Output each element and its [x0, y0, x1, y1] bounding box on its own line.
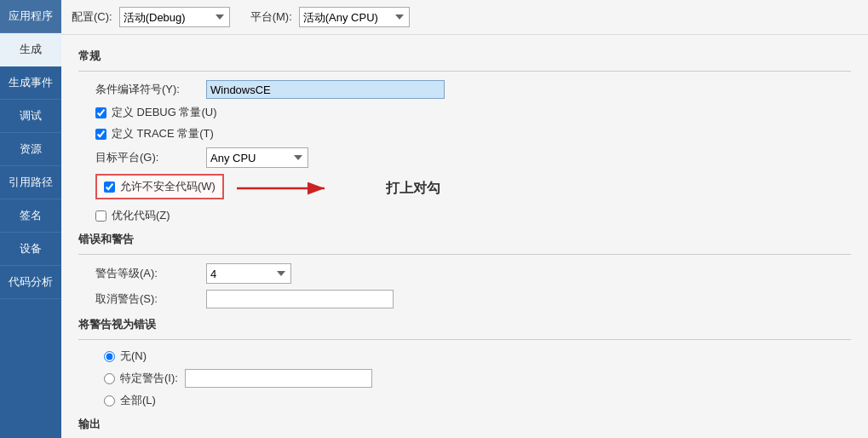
- sidebar-item-reference-paths[interactable]: 引用路径: [0, 166, 61, 199]
- target-platform-label: 目标平台(G):: [95, 150, 206, 165]
- warning-level-select[interactable]: 4: [206, 263, 291, 284]
- allow-unsafe-checkbox[interactable]: [104, 182, 115, 193]
- conditional-label: 条件编译符号(Y):: [95, 82, 206, 97]
- define-trace-label[interactable]: 定义 TRACE 常量(T): [112, 126, 214, 141]
- main-panel: 配置(C): 活动(Debug) 平台(M): 活动(Any CPU) 常规 条…: [61, 0, 868, 438]
- warning-level-row: 警告等级(A): 4: [78, 263, 851, 284]
- radio-specific-row: 特定警告(I):: [78, 369, 851, 388]
- target-platform-select[interactable]: Any CPU: [206, 147, 308, 168]
- allow-unsafe-box: 允许不安全代码(W): [95, 174, 224, 199]
- platform-label: 平台(M):: [250, 9, 292, 25]
- general-divider: [78, 71, 851, 72]
- annotation-arrow: [233, 176, 335, 201]
- define-debug-row: 定义 DEBUG 常量(U): [78, 105, 851, 120]
- general-section-title: 常规: [78, 49, 851, 64]
- radio-none-label[interactable]: 无(N): [120, 349, 147, 364]
- radio-specific[interactable]: [104, 373, 115, 384]
- sidebar-item-build[interactable]: 生成: [0, 33, 61, 66]
- conditional-input[interactable]: [206, 80, 445, 99]
- radio-all[interactable]: [104, 395, 115, 406]
- sidebar-item-debug[interactable]: 调试: [0, 100, 61, 133]
- optimize-checkbox[interactable]: [95, 210, 106, 222]
- sidebar-item-build-events[interactable]: 生成事件: [0, 66, 61, 100]
- specific-warnings-input[interactable]: [185, 369, 372, 388]
- annotation-text: 打上对勾: [386, 180, 440, 198]
- radio-all-label[interactable]: 全部(L): [120, 393, 156, 408]
- suppress-input[interactable]: [206, 290, 394, 308]
- sidebar: 应用程序 生成 生成事件 调试 资源 引用路径 签名 设备 代码分析: [0, 0, 61, 438]
- sidebar-item-signing[interactable]: 签名: [0, 199, 61, 233]
- radio-none-row: 无(N): [78, 349, 851, 364]
- radio-none[interactable]: [104, 351, 115, 362]
- config-select[interactable]: 活动(Debug): [119, 7, 230, 27]
- content-area: 常规 条件编译符号(Y): 定义 DEBUG 常量(U) 定义 TRACE 常量…: [61, 35, 868, 438]
- suppress-row: 取消警告(S):: [78, 290, 851, 308]
- allow-unsafe-label[interactable]: 允许不安全代码(W): [120, 179, 216, 194]
- define-debug-checkbox[interactable]: [95, 107, 106, 118]
- conditional-row: 条件编译符号(Y):: [78, 80, 851, 99]
- output-section-title: 输出: [78, 417, 851, 432]
- optimize-label[interactable]: 优化代码(Z): [112, 208, 170, 223]
- config-bar: 配置(C): 活动(Debug) 平台(M): 活动(Any CPU): [61, 0, 868, 35]
- define-trace-checkbox[interactable]: [95, 129, 106, 140]
- sidebar-item-code-analysis[interactable]: 代码分析: [0, 266, 61, 299]
- optimize-row: 优化代码(Z): [78, 208, 851, 223]
- warning-level-label: 警告等级(A):: [95, 266, 206, 281]
- radio-specific-label[interactable]: 特定警告(I):: [120, 371, 178, 386]
- suppress-label: 取消警告(S):: [95, 291, 206, 307]
- sidebar-item-apps[interactable]: 应用程序: [0, 0, 61, 33]
- sidebar-item-device[interactable]: 设备: [0, 233, 61, 266]
- sidebar-item-resources[interactable]: 资源: [0, 133, 61, 166]
- config-label: 配置(C):: [72, 9, 112, 25]
- errors-divider: [78, 254, 851, 255]
- errors-section-title: 错误和警告: [78, 232, 851, 247]
- define-debug-label[interactable]: 定义 DEBUG 常量(U): [112, 105, 217, 120]
- treat-warnings-title: 将警告视为错误: [78, 317, 851, 332]
- treat-warnings-divider: [78, 339, 851, 340]
- platform-select[interactable]: 活动(Any CPU): [299, 7, 410, 27]
- radio-all-row: 全部(L): [78, 393, 851, 408]
- target-platform-row: 目标平台(G): Any CPU: [78, 147, 851, 168]
- define-trace-row: 定义 TRACE 常量(T): [78, 126, 851, 141]
